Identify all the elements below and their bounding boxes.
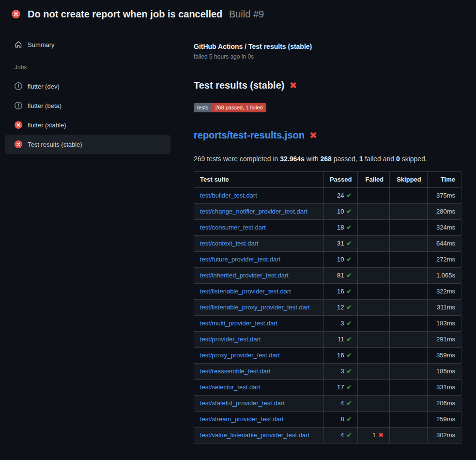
time-cell: 206ms	[427, 396, 461, 412]
failed-cell: ✖	[358, 204, 390, 220]
passed-count: 4	[340, 431, 344, 439]
x-icon: ✖	[378, 431, 384, 439]
failed-cell: ✖	[358, 316, 390, 332]
check-icon: ✔	[347, 383, 352, 391]
table-row: test/builder_test.dart 24✔ ✖ 375ms	[194, 188, 461, 204]
check-icon: ✔	[347, 399, 352, 407]
table-header-row: Test suite Passed Failed Skipped Time	[194, 172, 461, 188]
check-icon: ✔	[347, 256, 352, 263]
run-title: Do not create report when job is cancell…	[28, 9, 222, 19]
col-test-suite: Test suite	[194, 172, 324, 188]
check-icon: ✔	[347, 431, 352, 439]
badge-label: tests	[194, 103, 212, 112]
time-cell: 1.065s	[427, 268, 461, 284]
skipped-cell	[390, 268, 428, 284]
suite-link[interactable]: test/inherited_provider_test.dart	[200, 272, 289, 279]
suite-link[interactable]: test/proxy_provider_test.dart	[200, 352, 280, 359]
passed-cell: 11✔	[323, 332, 358, 348]
failed-cell: ✖	[358, 364, 390, 380]
suite-link[interactable]: test/listenable_provider_test.dart	[200, 288, 291, 295]
passed-cell: 8✔	[323, 412, 358, 428]
suite-link[interactable]: test/multi_provider_test.dart	[200, 320, 277, 327]
section-title-text: Test results (stable)	[194, 80, 284, 91]
skipped-cell	[390, 220, 428, 236]
passed-count: 16	[337, 352, 344, 359]
time-cell: 375ms	[427, 188, 461, 204]
sidebar-job-item[interactable]: Test results (stable)	[5, 135, 170, 154]
skipped-cell	[390, 252, 428, 268]
check-icon: ✔	[347, 320, 352, 327]
sidebar-item-summary[interactable]: Summary	[5, 35, 170, 54]
check-icon: ✔	[347, 240, 352, 247]
suite-link[interactable]: test/stateful_provider_test.dart	[200, 399, 285, 407]
suite-link[interactable]: test/change_notifier_provider_test.dart	[200, 208, 307, 215]
table-row: test/future_provider_test.dart 10✔ ✖ 272…	[194, 252, 461, 268]
check-icon: ✔	[347, 336, 352, 343]
failed-x-icon: ✖	[289, 80, 297, 91]
failed-cell: ✖	[358, 396, 390, 412]
suite-link[interactable]: test/consumer_test.dart	[200, 224, 266, 231]
check-icon: ✔	[347, 368, 352, 375]
exclamation-circle-icon	[15, 102, 22, 109]
failed-cell: ✖	[358, 284, 390, 300]
job-label: flutter (beta)	[28, 102, 61, 109]
suite-link[interactable]: test/selector_test.dart	[200, 383, 260, 391]
time-cell: 324ms	[427, 220, 461, 236]
skipped-cell	[390, 188, 428, 204]
time-cell: 259ms	[427, 412, 461, 428]
suite-link[interactable]: test/reassemble_test.dart	[200, 368, 271, 375]
passed-count: 4	[340, 399, 344, 407]
summary-failed: 1	[359, 155, 363, 163]
passed-count: 3	[340, 320, 344, 327]
table-row: test/context_test.dart 31✔ ✖ 644ms	[194, 236, 461, 252]
passed-cell: 3✔	[323, 364, 358, 380]
suite-link[interactable]: test/provider_test.dart	[200, 336, 261, 343]
suite-link[interactable]: test/stream_provider_test.dart	[200, 415, 284, 423]
passed-cell: 4✔	[323, 428, 358, 444]
col-failed: Failed	[358, 172, 390, 188]
check-icon: ✔	[347, 208, 352, 215]
passed-count: 8	[340, 415, 344, 423]
failed-cell: ✖	[358, 348, 390, 364]
main-content: GitHub Actions / Test results (stable) f…	[194, 0, 476, 460]
summary-mid2: passed,	[332, 155, 359, 163]
skipped-cell	[390, 284, 428, 300]
section-title: Test results (stable) ✖	[194, 80, 461, 91]
report-file-link[interactable]: reports/test-results.json	[194, 130, 305, 141]
suite-link[interactable]: test/listenable_proxy_provider_test.dart	[200, 304, 310, 311]
check-icon: ✔	[347, 352, 352, 359]
suite-link[interactable]: test/value_listenable_provider_test.dart	[200, 431, 309, 439]
time-cell: 311ms	[427, 300, 461, 316]
skipped-cell	[390, 428, 428, 444]
passed-count: 10	[337, 256, 344, 263]
tests-badge: tests 268 passed, 1 failed	[194, 103, 266, 112]
suite-link[interactable]: test/builder_test.dart	[200, 192, 257, 199]
col-skipped: Skipped	[390, 172, 428, 188]
check-icon: ✔	[347, 192, 352, 199]
summary-skipped: 0	[396, 155, 400, 163]
x-circle-icon	[15, 140, 22, 148]
time-cell: 280ms	[427, 204, 461, 220]
sidebar-job-item[interactable]: flutter (stable)	[5, 115, 170, 135]
table-row: test/multi_provider_test.dart 3✔ ✖ 183ms	[194, 316, 461, 332]
failed-cell: ✖	[358, 220, 390, 236]
job-label: flutter (stable)	[28, 122, 66, 129]
exclamation-circle-icon	[15, 82, 22, 90]
results-table: Test suite Passed Failed Skipped Time te…	[194, 171, 461, 444]
sidebar-job-item[interactable]: flutter (dev)	[5, 77, 170, 96]
sidebar-job-item[interactable]: flutter (beta)	[5, 96, 170, 115]
passed-count: 3	[340, 368, 344, 375]
x-circle-icon	[15, 121, 22, 129]
time-cell: 331ms	[427, 380, 461, 396]
suite-link[interactable]: test/future_provider_test.dart	[200, 256, 280, 263]
badge-value: 268 passed, 1 failed	[212, 103, 266, 112]
failed-cell: ✖	[358, 252, 390, 268]
col-passed: Passed	[323, 172, 358, 188]
x-circle-icon	[12, 10, 20, 18]
suite-link[interactable]: test/context_test.dart	[200, 240, 259, 247]
table-row: test/inherited_provider_test.dart 81✔ ✖ …	[194, 268, 461, 284]
passed-cell: 4✔	[323, 396, 358, 412]
time-cell: 359ms	[427, 348, 461, 364]
passed-count: 10	[337, 208, 344, 215]
job-label: Test results (stable)	[28, 141, 82, 148]
